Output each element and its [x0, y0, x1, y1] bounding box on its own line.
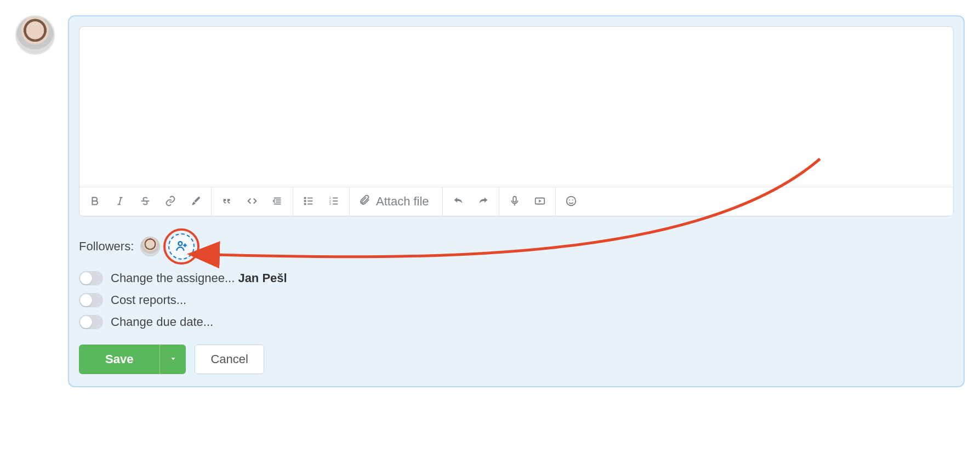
numbered-list-icon: 123: [328, 195, 340, 209]
toggle-change-assignee[interactable]: [79, 271, 103, 285]
smile-icon: [565, 195, 577, 209]
toggle-cost-reports[interactable]: [79, 293, 103, 307]
button-row: Save Cancel: [79, 345, 954, 374]
toolbar-group-history: [443, 187, 499, 216]
toolbar-group-format: [79, 187, 212, 216]
save-dropdown-button[interactable]: [159, 345, 186, 374]
link-icon: [164, 195, 176, 209]
svg-text:3: 3: [329, 202, 331, 205]
code-icon: [246, 195, 258, 209]
video-button[interactable]: [528, 190, 552, 214]
svg-marker-30: [171, 358, 175, 360]
microphone-icon: [509, 195, 521, 209]
bullet-list-button[interactable]: [297, 190, 321, 214]
undo-button[interactable]: [446, 190, 470, 214]
toggle-change-due-date[interactable]: [79, 315, 103, 329]
editor-container: 123 Attach file: [79, 26, 954, 216]
brush-icon: [190, 195, 202, 209]
svg-point-24: [566, 196, 576, 205]
option-change-assignee-name: Jan Pešl: [238, 271, 287, 285]
svg-point-26: [572, 199, 573, 200]
outdent-icon: [271, 195, 283, 209]
option-cost-reports: Cost reports...: [79, 293, 954, 307]
video-icon: [534, 195, 546, 209]
svg-point-9: [304, 200, 305, 201]
attach-file-button[interactable]: Attach file: [353, 190, 439, 214]
svg-rect-20: [513, 196, 516, 202]
svg-point-25: [569, 199, 570, 200]
bold-icon: [89, 195, 101, 209]
toolbar-group-attach: Attach file: [350, 187, 443, 216]
option-cost-reports-label: Cost reports...: [111, 293, 186, 307]
cancel-button[interactable]: Cancel: [195, 345, 264, 374]
option-change-due-date: Change due date...: [79, 315, 954, 329]
current-user-avatar: [15, 15, 55, 55]
add-follower-button[interactable]: [168, 233, 195, 260]
option-change-assignee: Change the assignee... Jan Pešl: [79, 271, 954, 285]
strikethrough-button[interactable]: [133, 190, 157, 214]
paperclip-icon: [358, 194, 371, 209]
outdent-button[interactable]: [265, 190, 289, 214]
numbered-list-button[interactable]: 123: [322, 190, 346, 214]
option-change-assignee-prefix: Change the assignee...: [111, 271, 238, 285]
svg-point-27: [179, 242, 183, 245]
redo-icon: [477, 195, 489, 209]
quote-button[interactable]: [215, 190, 239, 214]
svg-point-8: [304, 197, 305, 198]
mic-button[interactable]: [503, 190, 527, 214]
toolbar-group-emoji: [556, 187, 586, 216]
options-list: Change the assignee... Jan Pešl Cost rep…: [79, 271, 954, 329]
save-button-group: Save: [79, 345, 186, 374]
add-follower-highlight: [163, 228, 200, 265]
followers-row: Followers:: [79, 228, 954, 265]
caret-down-icon: [169, 355, 177, 364]
brush-button[interactable]: [184, 190, 208, 214]
undo-icon: [452, 195, 464, 209]
person-plus-icon: [174, 239, 189, 255]
toolbar-group-block: [212, 187, 293, 216]
emoji-button[interactable]: [559, 190, 583, 214]
option-change-assignee-label: Change the assignee... Jan Pešl: [111, 271, 287, 285]
comment-panel: 123 Attach file: [68, 15, 965, 387]
followers-label: Followers:: [79, 239, 134, 254]
svg-point-10: [304, 203, 305, 204]
toolbar-group-media: [499, 187, 556, 216]
save-button[interactable]: Save: [79, 345, 159, 374]
toolbar-group-list: 123: [293, 187, 350, 216]
quote-icon: [221, 195, 233, 209]
editor-toolbar: 123 Attach file: [79, 187, 953, 216]
redo-button[interactable]: [471, 190, 495, 214]
follower-avatar[interactable]: [140, 237, 160, 256]
code-button[interactable]: [240, 190, 264, 214]
svg-marker-23: [539, 199, 542, 203]
svg-line-2: [119, 197, 121, 204]
strikethrough-icon: [139, 195, 151, 209]
italic-icon: [114, 195, 126, 209]
editor-body[interactable]: [79, 27, 953, 187]
bullet-list-icon: [303, 195, 315, 209]
bold-button[interactable]: [83, 190, 107, 214]
link-button[interactable]: [158, 190, 183, 214]
italic-button[interactable]: [108, 190, 132, 214]
option-change-due-date-label: Change due date...: [111, 315, 213, 329]
attach-file-label: Attach file: [376, 194, 429, 209]
